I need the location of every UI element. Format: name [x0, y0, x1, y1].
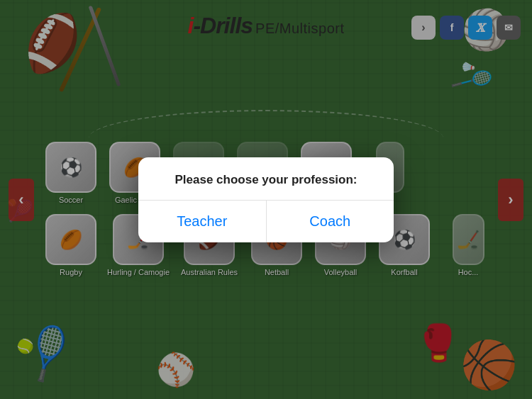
modal-overlay: Please choose your profession: Teacher C…	[0, 0, 532, 399]
modal-title: Please choose your profession:	[138, 157, 394, 201]
teacher-button[interactable]: Teacher	[138, 201, 267, 242]
coach-button[interactable]: Coach	[267, 201, 394, 242]
modal-buttons: Teacher Coach	[138, 201, 394, 242]
profession-modal: Please choose your profession: Teacher C…	[138, 157, 394, 242]
